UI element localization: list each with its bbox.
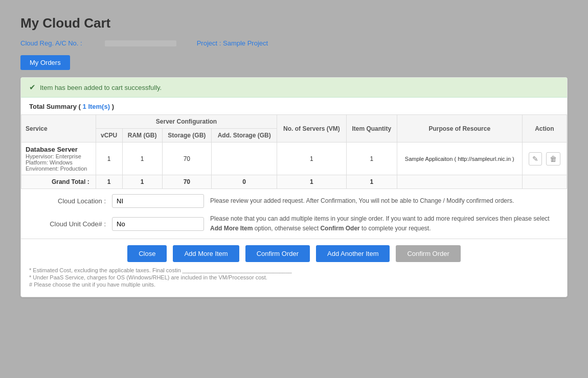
- fields-section: Cloud Location : Please review your adde…: [21, 189, 567, 239]
- grand-total-quantity: 1: [346, 175, 397, 189]
- add-storage-cell: [212, 143, 277, 175]
- add-another-item-button[interactable]: Add Another Item: [316, 245, 390, 262]
- vcpu-cell: 1: [96, 143, 122, 175]
- cloud-unit-input[interactable]: [112, 217, 204, 231]
- item-quantity-cell: 1: [346, 143, 397, 175]
- grand-total-vcpu: 1: [96, 175, 122, 189]
- grand-total-row: Grand Total : 1 1 70 0 1 1: [21, 175, 567, 189]
- info-box-1: Please review your added request. After …: [210, 196, 559, 206]
- add-storage-header: Add. Storage (GB): [212, 129, 277, 143]
- cart-table-wrapper: Service Server Configuration No. of Serv…: [21, 114, 567, 189]
- cloud-unit-label: Cloud Unit Code# :: [29, 220, 106, 228]
- service-cell: Database Server Hypervisor: Enterprise P…: [21, 143, 96, 175]
- check-icon: ✔: [29, 83, 36, 92]
- cloud-location-row: Cloud Location : Please review your adde…: [29, 194, 559, 208]
- vcpu-header: vCPU: [96, 129, 122, 143]
- grand-total-add-storage: 0: [212, 175, 277, 189]
- success-message: Item has been added to cart successfully…: [40, 84, 162, 91]
- service-platform: Platform: Windows: [26, 159, 92, 166]
- purpose-cell: Sample Applicaiton ( http://sampleurl.ni…: [397, 143, 522, 175]
- footnotes: * Estimated Cost, excluding the applicab…: [21, 262, 567, 288]
- purpose-header: Purpose of Resource: [397, 115, 522, 143]
- cloud-location-label: Cloud Location :: [29, 197, 106, 205]
- storage-header: Storage (GB): [162, 129, 211, 143]
- footnote-2: * Under PaaS Service, charges for OS (Wi…: [29, 274, 559, 280]
- delete-button[interactable]: 🗑: [546, 152, 560, 166]
- cart-table: Service Server Configuration No. of Serv…: [21, 114, 567, 189]
- cloud-reg-value: [105, 40, 176, 46]
- tab-bar: My Orders: [20, 55, 568, 70]
- action-header: Action: [522, 115, 567, 143]
- item-quantity-header: Item Quantity: [346, 115, 397, 143]
- service-hypervisor: Hypervisor: Enterprise: [26, 153, 92, 159]
- ram-cell: 1: [122, 143, 162, 175]
- cloud-location-input[interactable]: [112, 194, 204, 208]
- storage-cell: 70: [162, 143, 211, 175]
- edit-button[interactable]: ✎: [529, 152, 542, 166]
- project-link[interactable]: Project : Sample Project: [197, 39, 268, 47]
- service-header: Service: [21, 115, 96, 143]
- server-config-header: Server Configuration: [96, 115, 277, 129]
- footnote-1: * Estimated Cost, excluding the applicab…: [29, 267, 559, 273]
- grand-total-action: [522, 175, 567, 189]
- page-title: My Cloud Cart: [20, 15, 568, 31]
- main-card: ✔ Item has been added to cart successful…: [20, 77, 568, 297]
- ram-header: RAM (GB): [122, 129, 162, 143]
- service-name: Database Server: [26, 146, 92, 153]
- no-of-servers-cell: 1: [277, 143, 346, 175]
- table-row: Database Server Hypervisor: Enterprise P…: [21, 143, 567, 175]
- service-environment: Environment: Production: [26, 166, 92, 172]
- cloud-unit-row: Cloud Unit Code# : Please note that you …: [29, 214, 559, 233]
- confirm-order-button[interactable]: Confirm Order: [245, 245, 310, 262]
- grand-total-servers: 1: [277, 175, 346, 189]
- success-banner: ✔ Item has been added to cart successful…: [21, 78, 567, 98]
- grand-total-purpose: [397, 175, 522, 189]
- action-cell: ✎ 🗑: [522, 143, 567, 175]
- add-more-item-button[interactable]: Add More Item: [173, 245, 239, 262]
- grand-total-ram: 1: [122, 175, 162, 189]
- no-of-servers-header: No. of Servers (VM): [277, 115, 346, 143]
- summary-title: Total Summary ( 1 Item(s) ): [21, 98, 567, 114]
- confirm-order-gray-button[interactable]: Confirm Order: [396, 245, 460, 262]
- footnote-3: # Please choose the unit if you have mul…: [29, 281, 559, 288]
- grand-total-storage: 70: [162, 175, 211, 189]
- bottom-section: Close Add More Item Confirm Order Add An…: [21, 239, 567, 262]
- info-box-2: Please note that you can add multiple it…: [210, 214, 559, 233]
- cloud-reg-label: Cloud Reg. A/C No. :: [20, 39, 82, 47]
- my-orders-tab[interactable]: My Orders: [20, 55, 70, 70]
- meta-row: Cloud Reg. A/C No. : Project : Sample Pr…: [20, 39, 568, 47]
- close-button[interactable]: Close: [127, 245, 167, 262]
- grand-total-label: Grand Total :: [21, 175, 96, 189]
